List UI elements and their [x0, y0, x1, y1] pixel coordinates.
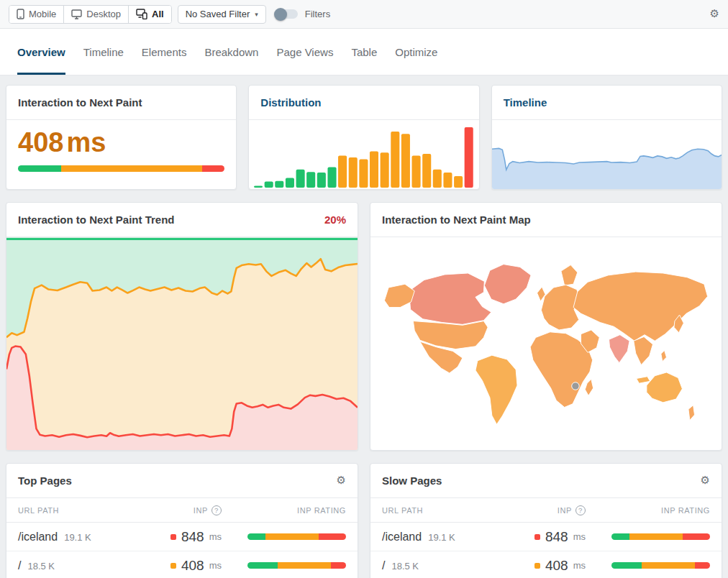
severity-dot [534, 563, 540, 569]
help-question-icon[interactable]: ? [211, 505, 222, 515]
world-map-svg [381, 244, 711, 443]
view-count: 18.5 K [27, 561, 55, 572]
column-header-inp: INP ? [128, 505, 222, 515]
card-title-link[interactable]: Distribution [260, 96, 321, 109]
card-inp: Interaction to Next Paint 408ms [6, 85, 237, 190]
table-row[interactable]: / 18.5 K 408 ms [6, 551, 358, 578]
view-count: 19.1 K [428, 532, 455, 543]
map-asia [573, 272, 708, 341]
tab-overview[interactable]: Overview [17, 29, 65, 75]
tab-elements[interactable]: Elements [142, 29, 187, 75]
filters-toggle[interactable] [275, 9, 298, 19]
severity-dot [170, 534, 176, 540]
map-se-asia [634, 336, 653, 364]
inp-rating-cell [222, 562, 346, 569]
trend-percentage-badge: 20% [324, 214, 346, 226]
inp-unit: ms [66, 127, 106, 157]
map-india [609, 335, 630, 363]
card-trend: Interaction to Next Paint Trend 20% [6, 202, 358, 451]
table-row[interactable]: / 18.5 K 408 ms [370, 551, 722, 578]
map-philippines [661, 351, 667, 362]
top-toolbar: Mobile Desktop All No Saved Filter ▾ Fil… [0, 0, 728, 29]
device-button-label: All [152, 9, 164, 19]
card-map: Interaction to Next Paint Map [370, 202, 722, 451]
map-highlight-gray-country [572, 382, 579, 390]
table-settings-gear-icon[interactable]: ⚙ [337, 475, 346, 486]
card-title: Interaction to Next Paint Map [382, 214, 531, 226]
column-header-inp-rating: INP RATING [586, 506, 710, 515]
card-trend-header: Interaction to Next Paint Trend 20% [6, 203, 358, 237]
tab-page-views[interactable]: Page Views [276, 29, 333, 75]
inp-rating-bar [611, 562, 710, 569]
filters-toggle-label: Filters [305, 9, 330, 19]
card-inp-header: Interaction to Next Paint [6, 86, 236, 120]
inp-metric-body: 408ms [6, 120, 236, 189]
dashboard-content: Interaction to Next Paint 408ms Distribu… [0, 75, 728, 578]
view-count: 19.1 K [64, 532, 91, 543]
url-path-link[interactable]: / [382, 559, 385, 572]
tab-optimize[interactable]: Optimize [395, 29, 437, 75]
inp-rating-cell [586, 562, 710, 569]
severity-dot [170, 563, 176, 569]
table-row[interactable]: /iceland 19.1 K 848 ms [370, 523, 722, 551]
timeline-chart [492, 120, 722, 189]
world-map [370, 237, 722, 450]
table-header-row: URL PATH INP ? INP RATING [370, 498, 722, 523]
trend-stacked-area-svg [6, 237, 358, 450]
card-slow-pages-header: Slow Pages ⚙ [370, 464, 722, 498]
summary-row: Interaction to Next Paint 408ms Distribu… [6, 85, 722, 190]
distribution-histogram-svg [253, 120, 474, 189]
device-segmented-control: Mobile Desktop All [9, 5, 172, 24]
main-tab-bar: Overview Timeline Elements Breakdown Pag… [0, 29, 728, 75]
inp-rating-bar [247, 533, 346, 540]
inp-gauge-bar [18, 165, 224, 172]
device-button-all[interactable]: All [129, 6, 171, 23]
card-title: Top Pages [18, 474, 72, 487]
map-south-america [476, 355, 517, 424]
device-button-desktop[interactable]: Desktop [64, 6, 129, 23]
url-path-link[interactable]: /iceland [18, 531, 58, 543]
card-timeline: Timeline [491, 85, 722, 190]
card-title: Slow Pages [382, 474, 442, 487]
table-row[interactable]: /iceland 19.1 K 848 ms [6, 523, 358, 551]
card-title-link[interactable]: Timeline [504, 96, 547, 109]
map-greenland [484, 265, 531, 304]
map-australia [647, 372, 682, 403]
caret-down-icon: ▾ [255, 11, 258, 18]
trend-chart [6, 237, 358, 450]
column-header-url-path: URL PATH [382, 506, 492, 515]
saved-filter-dropdown[interactable]: No Saved Filter ▾ [178, 5, 266, 24]
url-path-link[interactable]: /iceland [382, 531, 422, 543]
card-distribution: Distribution [248, 85, 479, 190]
inp-value-cell: 408 ms [128, 558, 222, 574]
device-button-label: Mobile [29, 9, 56, 19]
inp-rating-bar [611, 533, 710, 540]
card-map-header: Interaction to Next Paint Map [370, 203, 722, 237]
url-path-cell: / 18.5 K [382, 559, 492, 572]
inp-rating-cell [222, 533, 346, 540]
table-settings-gear-icon[interactable]: ⚙ [701, 475, 710, 486]
url-path-link[interactable]: / [18, 559, 21, 572]
view-count: 18.5 K [391, 561, 419, 572]
trend-map-row: Interaction to Next Paint Trend 20% Inte… [6, 202, 722, 451]
tab-timeline[interactable]: Timeline [83, 29, 124, 75]
column-header-inp-rating: INP RATING [222, 506, 346, 515]
card-title: Interaction to Next Paint [18, 96, 142, 109]
distribution-chart [249, 120, 478, 189]
device-button-mobile[interactable]: Mobile [9, 6, 64, 23]
map-indonesia-1 [637, 377, 650, 384]
card-distribution-header: Distribution [249, 86, 478, 120]
device-button-label: Desktop [86, 9, 121, 19]
inp-rating-bar [247, 562, 346, 569]
tab-breakdown[interactable]: Breakdown [204, 29, 258, 75]
table-header-row: URL PATH INP ? INP RATING [6, 498, 358, 523]
column-header-url-path: URL PATH [18, 506, 128, 515]
tab-table[interactable]: Table [351, 29, 377, 75]
inp-value-cell: 848 ms [128, 529, 222, 545]
card-top-pages: Top Pages ⚙ URL PATH INP ? INP RATING /i… [6, 463, 358, 578]
help-question-icon[interactable]: ? [575, 505, 586, 515]
settings-gear-icon[interactable]: ⚙ [710, 9, 719, 19]
desktop-icon [71, 9, 82, 19]
card-timeline-header: Timeline [492, 86, 722, 120]
all-devices-icon [136, 9, 147, 19]
